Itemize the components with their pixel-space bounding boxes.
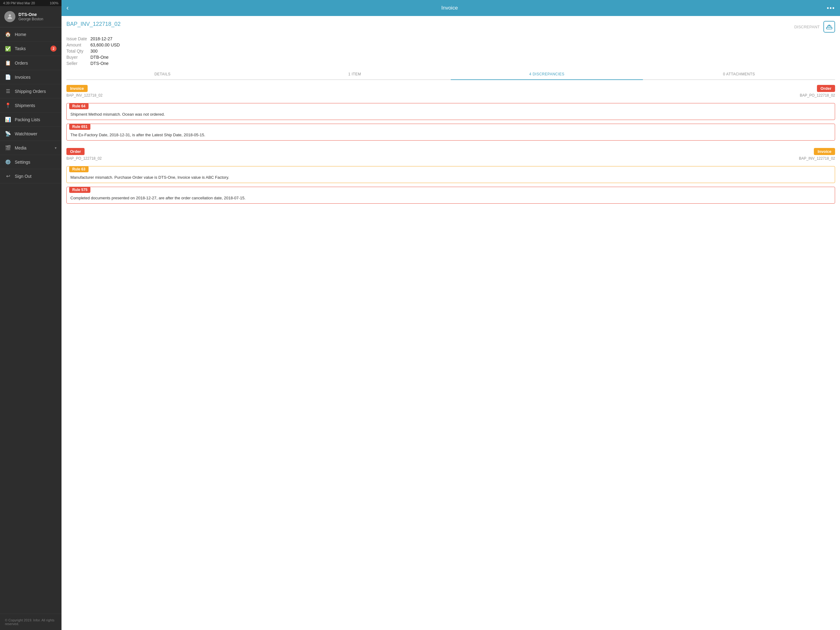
settings-label: Settings — [15, 160, 30, 165]
invoices-icon: 📄 — [5, 74, 11, 80]
invoice-meta: Issue Date 2018-12-27 Amount 63,600.00 U… — [66, 36, 835, 66]
sidebar-item-home[interactable]: 🏠Home — [0, 27, 62, 41]
rule-text-0-0: Shipment Method mismatch. Ocean was not … — [67, 109, 835, 120]
rule-item-0-0: Rule 64Shipment Method mismatch. Ocean w… — [66, 103, 835, 120]
header-title: Invoice — [72, 5, 827, 11]
block-header-1: OrderInvoice — [66, 148, 835, 155]
right-tag-0: Order — [817, 85, 835, 92]
left-tag-1: Order — [66, 148, 85, 155]
meta-seller: Seller DTS-One — [66, 61, 835, 66]
sidebar-item-tasks[interactable]: ✅Tasks2 — [0, 41, 62, 56]
status-battery: 100% — [50, 1, 58, 5]
right-id-1: BAP_INV_122718_02 — [799, 156, 835, 161]
status-time: 4:39 PM Wed Mar 20 — [3, 1, 35, 5]
shipping-orders-label: Shipping Orders — [15, 89, 46, 94]
home-label: Home — [15, 32, 26, 37]
tasks-badge: 2 — [51, 46, 57, 52]
ship-icon — [823, 21, 835, 33]
rule-tag-1-0: Rule 63 — [69, 166, 88, 172]
rule-tag-0-1: Rule 651 — [69, 123, 90, 130]
user-subtitle: George Boston — [19, 17, 43, 21]
shipping-orders-icon: ☰ — [5, 88, 11, 94]
shipments-icon: 📍 — [5, 103, 11, 108]
content-area: BAP_INV_122718_02 DISCREPANT Issue Date … — [62, 16, 840, 630]
packing-lists-label: Packing Lists — [15, 117, 40, 122]
meta-total-qty: Total Qty 300 — [66, 49, 835, 54]
left-tag-0: Invoice — [66, 85, 88, 92]
sidebar-item-media[interactable]: 🎬Media▾ — [0, 141, 62, 155]
svg-rect-1 — [826, 27, 832, 29]
back-button[interactable]: ‹ — [66, 4, 69, 12]
sidebar-item-orders[interactable]: 📋Orders — [0, 56, 62, 70]
sidebar-item-sign-out[interactable]: ↩Sign Out — [0, 169, 62, 184]
media-label: Media — [15, 146, 27, 150]
tab-attachments[interactable]: 0 ATTACHMENTS — [643, 69, 835, 79]
meta-issue-date: Issue Date 2018-12-27 — [66, 36, 835, 41]
packing-lists-icon: 📊 — [5, 117, 11, 122]
home-icon: 🏠 — [5, 32, 11, 37]
left-id-0: BAP_INV_122718_02 — [66, 93, 103, 98]
rule-item-1-0: Rule 63Manufacturer mismatch. Purchase O… — [66, 166, 835, 183]
media-icon: 🎬 — [5, 145, 11, 151]
meta-amount: Amount 63,600.00 USD — [66, 43, 835, 47]
rule-item-1-1: Rule 575Completed documents presented on… — [66, 187, 835, 204]
discrepancies-container: InvoiceOrderBAP_INV_122718_02BAP_PO_1227… — [66, 85, 835, 204]
sidebar-item-shipments[interactable]: 📍Shipments — [0, 98, 62, 112]
rule-text-1-1: Completed documents presented on 2018-12… — [67, 193, 835, 203]
tab-details[interactable]: DETAILS — [66, 69, 259, 79]
right-tag-1: Invoice — [814, 148, 835, 155]
sign-out-icon: ↩ — [5, 173, 11, 179]
sidebar-item-shipping-orders[interactable]: ☰Shipping Orders — [0, 84, 62, 98]
tasks-icon: ✅ — [5, 46, 11, 52]
invoice-header: BAP_INV_122718_02 DISCREPANT — [66, 21, 835, 33]
rule-text-1-0: Manufacturer mismatch. Purchase Order va… — [67, 173, 835, 183]
main-area: ‹ Invoice ••• BAP_INV_122718_02 DISCREPA… — [62, 0, 840, 630]
left-id-1: BAP_PO_122718_02 — [66, 156, 102, 161]
shipments-label: Shipments — [15, 103, 35, 108]
meta-buyer: Buyer DTB-One — [66, 55, 835, 60]
tasks-label: Tasks — [15, 46, 26, 51]
header: ‹ Invoice ••• — [62, 0, 840, 16]
media-arrow: ▾ — [55, 146, 57, 150]
sidebar-item-watchtower[interactable]: 📡Watchtower — [0, 127, 62, 141]
rule-item-0-1: Rule 651The Ex-Factory Date, 2018-12-31,… — [66, 123, 835, 141]
rule-tag-0-0: Rule 64 — [69, 103, 88, 109]
rule-tag-1-1: Rule 575 — [69, 187, 90, 193]
invoice-id: BAP_INV_122718_02 — [66, 21, 120, 27]
right-id-0: BAP_PO_122718_02 — [800, 93, 835, 98]
sidebar-item-invoices[interactable]: 📄Invoices — [0, 70, 62, 84]
discrepancy-block-1: OrderInvoiceBAP_PO_122718_02BAP_INV_1227… — [66, 148, 835, 204]
sidebar-item-settings[interactable]: ⚙️Settings — [0, 155, 62, 169]
tab-items[interactable]: 1 ITEM — [259, 69, 451, 79]
svg-point-0 — [9, 14, 11, 17]
settings-icon: ⚙️ — [5, 159, 11, 165]
sidebar-header: DTS-One George Boston — [0, 6, 62, 27]
rule-text-0-1: The Ex-Factory Date, 2018-12-31, is afte… — [67, 130, 835, 140]
sidebar-item-packing-lists[interactable]: 📊Packing Lists — [0, 112, 62, 127]
tab-discrepancies[interactable]: 4 DISCREPANCIES — [451, 69, 643, 80]
block-header-0: InvoiceOrder — [66, 85, 835, 92]
user-info: DTS-One George Boston — [19, 12, 43, 21]
status-bar: 4:39 PM Wed Mar 20 100% — [0, 0, 62, 6]
discrepancy-block-0: InvoiceOrderBAP_INV_122718_02BAP_PO_1227… — [66, 85, 835, 141]
avatar — [4, 11, 15, 22]
sidebar: 4:39 PM Wed Mar 20 100% DTS-One George B… — [0, 0, 62, 630]
discrepant-label: DISCREPANT — [794, 25, 820, 29]
user-name: DTS-One — [19, 12, 43, 17]
sidebar-footer: © Copyright 2019. Infor. All rights rese… — [0, 614, 62, 630]
watchtower-label: Watchtower — [15, 131, 37, 136]
more-button[interactable]: ••• — [827, 5, 835, 12]
watchtower-icon: 📡 — [5, 131, 11, 136]
sign-out-label: Sign Out — [15, 174, 32, 179]
invoices-label: Invoices — [15, 75, 30, 80]
tabs-container: DETAILS1 ITEM4 DISCREPANCIES0 ATTACHMENT… — [66, 69, 835, 80]
orders-icon: 📋 — [5, 60, 11, 66]
orders-label: Orders — [15, 60, 28, 65]
